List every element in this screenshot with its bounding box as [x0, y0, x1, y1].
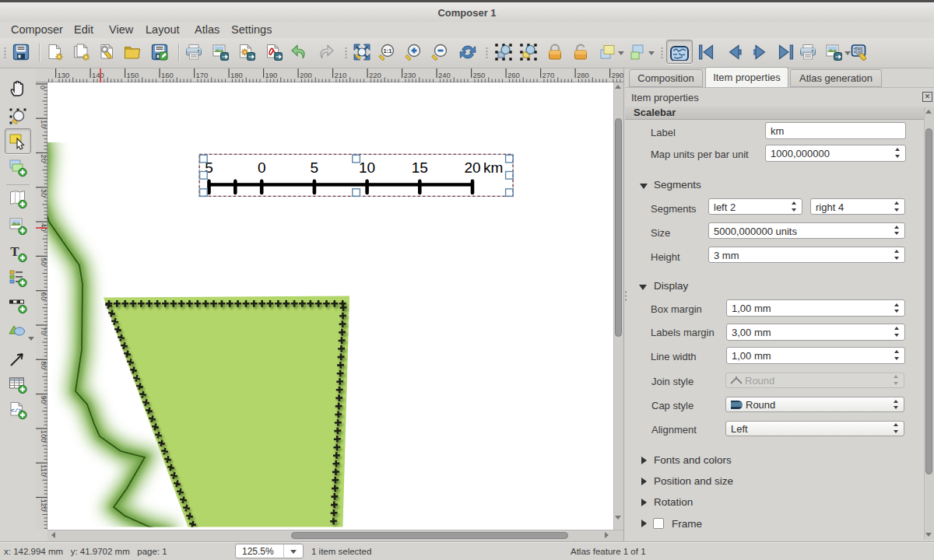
svg-text:190: 190: [265, 71, 278, 79]
svg-text:20: 20: [40, 154, 48, 163]
svg-text:15: 15: [412, 159, 428, 176]
svg-text:140: 140: [92, 71, 104, 79]
svg-text:240: 240: [438, 71, 451, 79]
svg-text:150: 150: [127, 71, 139, 79]
svg-text:70: 70: [40, 327, 48, 335]
svg-text:250: 250: [473, 71, 486, 79]
svg-text:220: 220: [369, 71, 381, 79]
svg-text:60: 60: [40, 292, 48, 301]
svg-text:10: 10: [40, 120, 48, 128]
svg-text:290: 290: [612, 71, 624, 79]
svg-text:270: 270: [542, 71, 555, 79]
svg-text:50: 50: [40, 257, 48, 266]
svg-text:5: 5: [205, 159, 213, 176]
svg-text:10: 10: [359, 159, 375, 176]
svg-text:200: 200: [300, 71, 312, 79]
svg-text:210: 210: [335, 71, 347, 79]
svg-text:260: 260: [507, 71, 520, 79]
svg-text:km: km: [483, 159, 503, 176]
svg-text:80: 80: [40, 361, 48, 369]
svg-text:130: 130: [58, 71, 70, 79]
svg-text:170: 170: [196, 71, 209, 79]
svg-text:0: 0: [258, 159, 266, 176]
svg-text:230: 230: [404, 71, 416, 79]
svg-text:1:1: 1:1: [384, 47, 392, 54]
svg-text:30: 30: [40, 189, 48, 198]
svg-text:160: 160: [161, 71, 174, 79]
svg-text:180: 180: [230, 71, 243, 79]
svg-text:90: 90: [40, 396, 48, 404]
svg-text:20: 20: [464, 159, 480, 176]
svg-text:280: 280: [577, 71, 589, 79]
svg-text:5: 5: [311, 159, 319, 176]
